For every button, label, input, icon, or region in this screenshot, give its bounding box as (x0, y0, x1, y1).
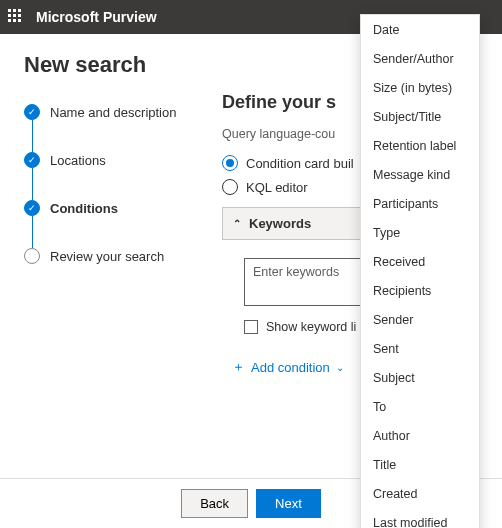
condition-option[interactable]: Created (361, 479, 479, 508)
plus-icon: ＋ (232, 358, 245, 376)
check-icon: ✓ (24, 104, 40, 120)
condition-option[interactable]: Subject (361, 363, 479, 392)
step-locations[interactable]: ✓ Locations (24, 146, 194, 194)
step-name-description[interactable]: ✓ Name and description (24, 98, 194, 146)
condition-option[interactable]: Participants (361, 189, 479, 218)
circle-icon (24, 248, 40, 264)
chevron-up-icon: ⌃ (233, 218, 241, 229)
brand-title: Microsoft Purview (36, 9, 157, 25)
condition-option[interactable]: Recipients (361, 276, 479, 305)
step-review[interactable]: Review your search (24, 242, 194, 270)
radio-icon (222, 179, 238, 195)
condition-option[interactable]: Sent (361, 334, 479, 363)
check-icon: ✓ (24, 200, 40, 216)
next-button[interactable]: Next (256, 489, 321, 518)
chevron-down-icon: ⌄ (336, 362, 344, 373)
condition-option[interactable]: Type (361, 218, 479, 247)
keywords-input[interactable]: Enter keywords (244, 258, 374, 306)
step-conditions[interactable]: ✓ Conditions (24, 194, 194, 242)
condition-option[interactable]: Received (361, 247, 479, 276)
condition-option[interactable]: Size (in bytes) (361, 73, 479, 102)
condition-option[interactable]: Message kind (361, 160, 479, 189)
wizard-steps: ✓ Name and description ✓ Locations ✓ Con… (24, 92, 194, 376)
radio-icon (222, 155, 238, 171)
show-keyword-list-label: Show keyword li (266, 320, 356, 334)
back-button[interactable]: Back (181, 489, 248, 518)
app-launcher-icon[interactable] (8, 9, 24, 25)
condition-option[interactable]: Author (361, 421, 479, 450)
condition-option[interactable]: Retention label (361, 131, 479, 160)
condition-option[interactable]: Last modified (361, 508, 479, 528)
condition-option[interactable]: Sender (361, 305, 479, 334)
condition-option[interactable]: Title (361, 450, 479, 479)
check-icon: ✓ (24, 152, 40, 168)
condition-option[interactable]: Subject/Title (361, 102, 479, 131)
condition-option[interactable]: To (361, 392, 479, 421)
condition-option[interactable]: Date (361, 15, 479, 44)
show-keyword-list-checkbox[interactable] (244, 320, 258, 334)
condition-dropdown[interactable]: DateSender/AuthorSize (in bytes)Subject/… (360, 14, 480, 528)
condition-option[interactable]: Sender/Author (361, 44, 479, 73)
